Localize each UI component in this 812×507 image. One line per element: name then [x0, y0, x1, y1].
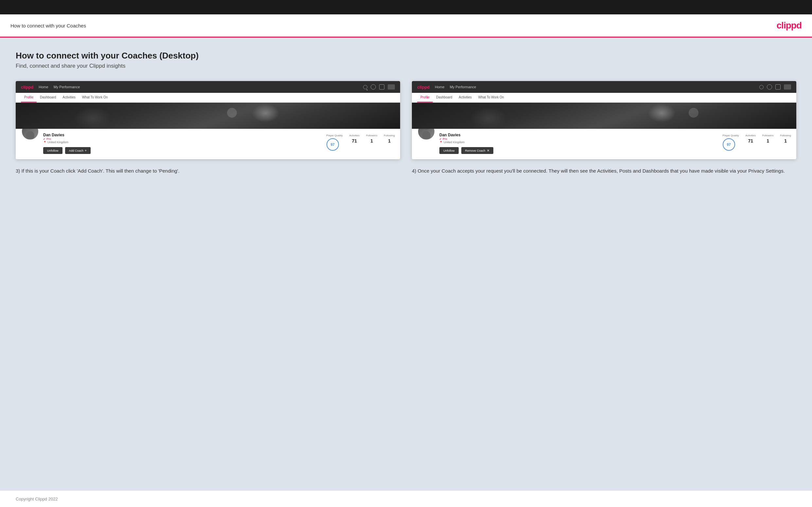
step4-activities-value: 71 [745, 138, 756, 144]
step3-user-info: Dan Davies ✔ Pro 📍 United Kingdom Unfoll… [39, 131, 326, 154]
footer: Copyright Clippd 2022 [0, 490, 812, 507]
step4-remove-coach-button[interactable]: Remove Coach ✕ [461, 147, 493, 154]
step4-stats: Player Quality 97 Activities 71 Follower… [723, 131, 791, 151]
step3-profile-section: Dan Davies ✔ Pro 📍 United Kingdom Unfoll… [16, 129, 400, 159]
top-bar [0, 0, 812, 14]
step4-avatar-icon[interactable] [784, 84, 791, 90]
step3-nav-performance[interactable]: My Performance [54, 85, 80, 89]
step3-description: 3) If this is your Coach click 'Add Coac… [16, 167, 400, 175]
step3-stats: Player Quality 97 Activities 71 Follower… [326, 131, 395, 151]
step3-settings-icon[interactable] [379, 84, 385, 90]
step4-cover-photo [412, 103, 796, 129]
step4-user-icon[interactable] [767, 84, 772, 90]
step3-stat-quality: Player Quality 97 [326, 134, 343, 151]
step3-tab-dashboard[interactable]: Dashboard [37, 93, 59, 102]
step4-following-value: 1 [780, 138, 791, 144]
step3-column: clippd Home My Performance [16, 81, 400, 175]
step4-user-info: Dan Davies ✔ Pro 📍 United Kingdom Unfoll… [436, 131, 723, 154]
logo: clippd [777, 20, 802, 31]
step4-column: clippd Home My Performance Profile [412, 81, 796, 175]
cover-circle-1 [227, 108, 237, 118]
step3-tab-workOn[interactable]: What To Work On [79, 93, 111, 102]
step3-buttons: Unfollow Add Coach + [43, 147, 322, 154]
step3-browser: clippd Home My Performance [16, 81, 400, 159]
step4-tab-activities[interactable]: Activities [455, 93, 475, 102]
step3-user-icon[interactable] [371, 84, 376, 90]
step4-browser: clippd Home My Performance Profile [412, 81, 796, 159]
step3-search-icon[interactable] [363, 85, 367, 89]
step4-nav-icons [759, 84, 791, 90]
svg-point-3 [422, 131, 430, 139]
step4-quality-label: Player Quality [723, 134, 739, 137]
step4-followers-value: 1 [762, 138, 773, 144]
step3-add-coach-button[interactable]: Add Coach + [65, 147, 91, 154]
step4-stat-followers: Followers 1 [762, 134, 773, 144]
main-content: How to connect with your Coaches (Deskto… [0, 38, 812, 490]
step4-unfollow-button[interactable]: Unfollow [439, 147, 459, 154]
step4-nav-links: Home My Performance [435, 85, 476, 89]
step4-user-location: 📍 United Kingdom [439, 140, 719, 144]
screenshots-row: clippd Home My Performance [16, 81, 796, 175]
step4-tab-workOn[interactable]: What To Work On [475, 93, 507, 102]
step4-profile-section: Dan Davies ✔ Pro 📍 United Kingdom Unfoll… [412, 129, 796, 159]
step3-avatar-icon[interactable] [388, 84, 395, 90]
step3-tab-profile[interactable]: Profile [21, 93, 37, 102]
step4-nav-home[interactable]: Home [435, 85, 444, 89]
step4-user-name: Dan Davies [439, 133, 719, 137]
step4-stat-following: Following 1 [780, 134, 791, 144]
step4-cover-decoration [412, 103, 796, 129]
step3-nav-links: Home My Performance [39, 85, 80, 89]
step3-stat-activities: Activities 71 [349, 134, 360, 144]
step4-following-label: Following [780, 134, 791, 137]
step4-nav: clippd Home My Performance [412, 81, 796, 93]
step4-tab-dashboard[interactable]: Dashboard [433, 93, 455, 102]
step3-nav-home[interactable]: Home [39, 85, 48, 89]
step3-followers-label: Followers [366, 134, 377, 137]
cover-circle-2 [689, 108, 699, 118]
step4-buttons: Unfollow Remove Coach ✕ [439, 147, 719, 154]
step4-tab-profile[interactable]: Profile [417, 93, 433, 102]
step3-following-label: Following [384, 134, 395, 137]
step3-stat-followers: Followers 1 [366, 134, 377, 144]
header-title: How to connect with your Coaches [10, 23, 86, 29]
step4-activities-label: Activities [745, 134, 756, 137]
step3-user-name: Dan Davies [43, 133, 322, 137]
header: How to connect with your Coaches clippd [0, 14, 812, 38]
step3-nav-logo: clippd [21, 84, 33, 90]
svg-point-1 [26, 131, 34, 139]
footer-copyright: Copyright Clippd 2022 [16, 497, 58, 501]
step3-activities-value: 71 [349, 138, 360, 144]
step3-user-badge: ✔ Pro [43, 137, 322, 140]
step4-quality-value: 97 [723, 138, 735, 151]
step3-quality-value: 97 [326, 138, 339, 151]
step4-stat-quality: Player Quality 97 [723, 134, 739, 151]
step3-stat-following: Following 1 [384, 134, 395, 144]
step4-nav-logo: clippd [417, 84, 429, 90]
step3-nav-icons [363, 84, 395, 90]
step4-search-icon[interactable] [759, 85, 764, 89]
step3-activities-label: Activities [349, 134, 360, 137]
step3-followers-value: 1 [366, 138, 377, 144]
step3-nav: clippd Home My Performance [16, 81, 400, 93]
step3-user-location: 📍 United Kingdom [43, 140, 322, 144]
step3-tabs: Profile Dashboard Activities What To Wor… [16, 93, 400, 103]
page-heading: How to connect with your Coaches (Deskto… [16, 51, 796, 61]
step4-followers-label: Followers [762, 134, 773, 137]
step3-unfollow-button[interactable]: Unfollow [43, 147, 62, 154]
step3-cover-photo [16, 103, 400, 129]
step4-tabs: Profile Dashboard Activities What To Wor… [412, 93, 796, 103]
step4-description: 4) Once your Coach accepts your request … [412, 167, 796, 175]
page-subheading: Find, connect and share your Clippd insi… [16, 63, 796, 69]
step3-cover-decoration [16, 103, 400, 129]
step4-nav-performance[interactable]: My Performance [450, 85, 476, 89]
step4-stat-activities: Activities 71 [745, 134, 756, 144]
step3-quality-label: Player Quality [326, 134, 343, 137]
step3-tab-activities[interactable]: Activities [59, 93, 79, 102]
step4-user-badge: ✔ Pro [439, 137, 719, 140]
step4-settings-icon[interactable] [775, 84, 780, 90]
step3-following-value: 1 [384, 138, 395, 144]
